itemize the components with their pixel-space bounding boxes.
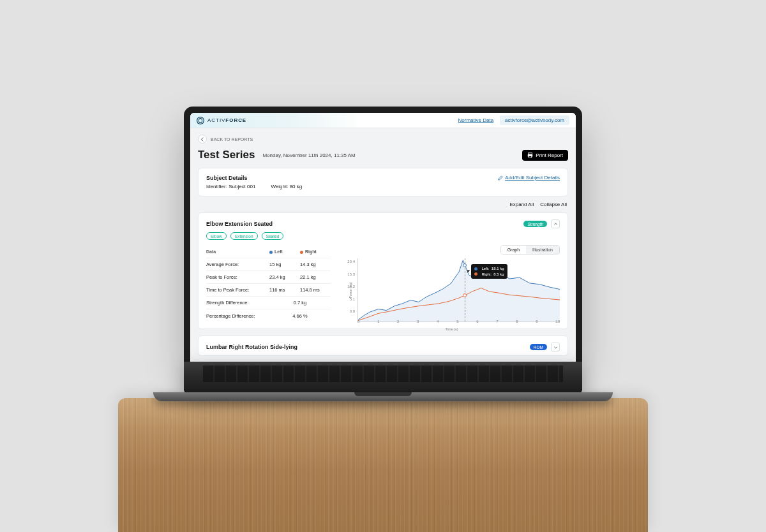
brand-suffix: FORCE: [225, 117, 246, 123]
metric-label: Peak to Force:: [206, 274, 269, 280]
summary-label: Strength Difference:: [206, 300, 269, 306]
expand-all-button[interactable]: Expand All: [509, 202, 534, 207]
metrics-table: Data Left Right Average Force: 15 kg 14.…: [206, 245, 331, 322]
back-button[interactable]: [198, 135, 207, 144]
svg-rect-2: [529, 156, 532, 158]
strength-badge: Strength: [523, 221, 547, 227]
edit-subject-link[interactable]: Add/Edit Subject Details: [498, 175, 560, 181]
topbar: ACTIVFORCE Normative Data activforce@act…: [190, 113, 576, 128]
pencil-icon: [498, 175, 503, 181]
toggle-graph[interactable]: Graph: [501, 246, 526, 254]
table-row: Time to Peak Force: 116 ms 114.8 ms: [206, 284, 331, 297]
y-axis-label: Force (kg): [349, 282, 352, 298]
summary-value: 4.66 %: [269, 313, 331, 319]
x-axis-ticks: 012345678910: [357, 320, 560, 323]
print-report-button[interactable]: Print Report: [522, 150, 568, 161]
tooltip-left-label: Left:: [481, 266, 489, 271]
laptop-mockup: ACTIVFORCE Normative Data activforce@act…: [184, 107, 582, 401]
tooltip-right-value: 8.5 kg: [493, 272, 504, 277]
subject-heading: Subject Details: [206, 175, 302, 181]
col-right: Right: [300, 249, 331, 254]
summary-row: Strength Difference: 0.7 kg: [206, 297, 331, 309]
desk-surface: [118, 398, 648, 532]
chevron-up-icon: [553, 222, 558, 226]
metric-left: 15 kg: [269, 262, 300, 267]
app-root: ACTIVFORCE Normative Data activforce@act…: [190, 113, 576, 362]
subject-weight: Weight: 80 kg: [271, 184, 302, 189]
test-panel-lumbar: Lumbar Right Rotation Side-lying ROM: [198, 336, 568, 356]
x-axis-label: Time (s): [446, 327, 458, 331]
identifier-label: Identifier:: [206, 184, 227, 189]
normative-data-link[interactable]: Normative Data: [458, 117, 494, 123]
subject-identifier: Identifier: Subject 001: [206, 184, 255, 189]
panel1-collapse-button[interactable]: [551, 219, 560, 228]
table-row: Peak to Force: 23.4 kg 22.1 kg: [206, 271, 331, 284]
svg-rect-0: [529, 152, 532, 154]
col-right-label: Right: [305, 249, 317, 254]
metric-left: 23.4 kg: [269, 274, 300, 280]
tag-extension: Extension: [230, 232, 258, 240]
brand-prefix: ACTIV: [207, 117, 225, 123]
summary-value: 0.7 kg: [269, 300, 331, 306]
col-left: Left: [269, 249, 300, 254]
breadcrumb-back: BACK TO REPORTS: [198, 135, 568, 144]
list-controls: Expand All Collapse All: [199, 202, 567, 207]
tag-seated: Seated: [262, 232, 284, 240]
col-data: Data: [206, 249, 269, 254]
view-toggle: Graph Illustration: [500, 245, 560, 255]
subject-details-card: Subject Details Identifier: Subject 001 …: [198, 168, 568, 196]
brand: ACTIVFORCE: [197, 117, 246, 124]
metric-right: 22.1 kg: [300, 274, 331, 280]
panel1-title: Elbow Extension Seated: [206, 221, 273, 227]
weight-value: 80 kg: [290, 184, 303, 189]
chevron-down-icon: [553, 345, 558, 350]
page-datetime: Monday, November 11th 2024, 11:35 AM: [262, 152, 355, 158]
metric-label: Time to Peak Force:: [206, 287, 269, 293]
tooltip-right-label: Right:: [481, 272, 492, 277]
weight-label: Weight:: [271, 184, 288, 189]
metric-right: 14.3 kg: [300, 262, 331, 267]
edit-subject-label: Add/Edit Subject Details: [505, 175, 560, 181]
col-left-label: Left: [274, 249, 283, 254]
panel1-tags: Elbow Extension Seated: [206, 232, 560, 240]
print-label: Print Report: [536, 152, 563, 158]
chart-tooltip: Left:18.1 kg Right:8.5 kg: [471, 264, 507, 279]
chart-column: Graph Illustration Force (kg) 20.415.310…: [343, 245, 560, 322]
page-title: Test Series: [198, 149, 255, 161]
summary-label: Percentage Difference:: [206, 313, 269, 319]
collapse-all-button[interactable]: Collapse All: [540, 202, 567, 207]
force-chart[interactable]: Force (kg) 20.415.310.25.10.0 ➤: [343, 258, 560, 322]
identifier-value: Subject 001: [229, 184, 255, 189]
printer-icon: [527, 152, 533, 158]
summary-row: Percentage Difference: 4.66 %: [206, 309, 331, 322]
brand-name: ACTIVFORCE: [207, 117, 246, 123]
panel2-expand-button[interactable]: [551, 343, 560, 351]
metric-label: Average Force:: [206, 262, 269, 267]
metric-left: 116 ms: [269, 287, 300, 293]
back-label: BACK TO REPORTS: [211, 137, 253, 142]
tag-elbow: Elbow: [206, 232, 227, 240]
chart-plot-area: ➤ Left:18.1 kg Right:8.5 kg: [357, 258, 560, 322]
user-email-chip[interactable]: activforce@activbody.com: [500, 115, 569, 125]
test-panel-elbow: Elbow Extension Seated Strength Elbow Ex…: [198, 212, 568, 329]
table-row: Average Force: 15 kg 14.3 kg: [206, 258, 331, 271]
tooltip-left-value: 18.1 kg: [492, 266, 504, 271]
toggle-illustration[interactable]: Illustration: [526, 246, 559, 254]
brand-logo-icon: [197, 117, 204, 124]
metric-right: 114.8 ms: [300, 287, 331, 293]
arrow-left-icon: [200, 137, 205, 142]
panel2-title: Lumbar Right Rotation Side-lying: [206, 344, 526, 350]
page-header: Test Series Monday, November 11th 2024, …: [198, 149, 568, 161]
rom-badge: ROM: [530, 344, 547, 350]
